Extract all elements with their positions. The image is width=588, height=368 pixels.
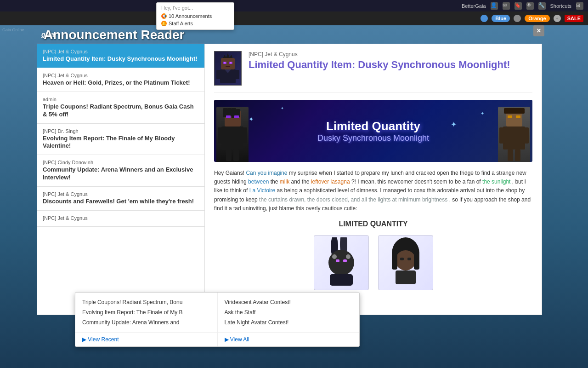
sidebar-title-5: Discounts and Farewells! Get 'em while t… <box>43 198 199 206</box>
notification-header: Hey, I've got... <box>161 5 229 11</box>
dropdown-item-right-0[interactable]: Viridescent Avatar Contest! <box>225 297 353 307</box>
sidebar-title-2: Triple Coupons! Radiant Spectrum, Bonus … <box>43 103 199 119</box>
modal-body: [NPC] Jet & Cygnus Limited Quantity Item… <box>37 44 542 315</box>
limited-quantity-section: LIMITED QUANTITY <box>214 220 532 290</box>
orange-currency[interactable]: Orange <box>525 15 550 22</box>
dropdown-columns: Triple Coupons! Radiant Spectrum, Bonu E… <box>75 293 359 332</box>
sidebar-author-5: [NPC] Jet & Cygnus <box>43 191 199 197</box>
svg-rect-45 <box>407 258 411 260</box>
eye-icon[interactable]: 👁 <box>526 2 534 10</box>
article-intro: Hey Gaians! <box>214 170 246 176</box>
svg-rect-7 <box>230 62 232 63</box>
sidebar-item-3[interactable]: [NPC] Dr. Singh Evolving Item Report: Th… <box>37 124 204 155</box>
view-all-link[interactable]: ▶ View All <box>225 336 353 343</box>
svg-rect-24 <box>233 150 239 161</box>
wrench-icon[interactable]: 🔧 <box>538 2 546 10</box>
sidebar-item-5[interactable]: [NPC] Jet & Cygnus Discounts and Farewel… <box>37 187 204 211</box>
dropdown-item-left-0[interactable]: Triple Coupons! Radiant Spectrum, Bonu <box>82 297 210 307</box>
shortcuts-icon[interactable]: ⊞ <box>576 2 583 10</box>
sidebar-author-1: [NPC] Jet & Cygnus <box>43 73 199 78</box>
svg-rect-20 <box>221 126 243 150</box>
sidebar-author-4: [NPC] Cindy Donovinh <box>43 160 199 165</box>
main-content-area: [NPC] Jet & Cygnus Limited Quantity Item… <box>205 44 542 315</box>
svg-rect-33 <box>515 150 520 161</box>
dropdown-col-left: Triple Coupons! Radiant Spectrum, Bonu E… <box>75 293 217 332</box>
dropdown-footer-right: ▶ View All <box>217 333 360 346</box>
svg-point-40 <box>346 254 351 259</box>
blue-currency[interactable]: Blue <box>492 15 510 22</box>
dropdown-item-left-1[interactable]: Evolving Item Report: The Finale of My B <box>82 307 210 317</box>
svg-rect-18 <box>226 115 231 118</box>
svg-rect-23 <box>226 150 232 161</box>
item-box-2 <box>378 235 433 290</box>
sidebar-author-0: [NPC] Jet & Cygnus <box>43 49 199 54</box>
sidebar-author-2: admin <box>43 97 199 102</box>
sidebar-title-0: Limited Quantity Item: Dusky Synchronous… <box>43 55 199 63</box>
npc-avatar <box>214 51 242 86</box>
svg-rect-32 <box>508 150 513 161</box>
dropdown-item-right-1[interactable]: Ask the Staff <box>225 307 353 317</box>
banner-line1: Limited Quantity <box>317 119 429 133</box>
svg-point-43 <box>396 250 416 270</box>
shortcuts-label[interactable]: Shortcuts <box>550 3 571 9</box>
banner-text: Limited Quantity Dusky Synchronous Moonl… <box>317 119 429 143</box>
bookmark-icon[interactable]: 🔖 <box>514 2 522 10</box>
sidebar-item-0[interactable]: [NPC] Jet & Cygnus Limited Quantity Item… <box>37 44 204 68</box>
article-word-1: Can you imagine <box>246 170 287 176</box>
notification-staff-alerts[interactable]: 🔔 Staff Alerts <box>161 20 229 27</box>
svg-rect-8 <box>226 66 230 67</box>
svg-rect-19 <box>234 115 239 118</box>
svg-rect-6 <box>224 62 226 63</box>
notification-announcements[interactable]: 📢 10 Announcements <box>161 12 229 20</box>
svg-rect-26 <box>504 108 525 114</box>
sidebar-item-4[interactable]: [NPC] Cindy Donovinh Community Update: A… <box>37 155 204 187</box>
svg-point-39 <box>332 254 337 259</box>
svg-rect-37 <box>336 259 339 262</box>
svg-rect-28 <box>516 115 520 118</box>
content-header-text: [NPC] Jet & Cygnus Limited Quantity Item… <box>249 51 532 71</box>
sale-badge: SALE <box>565 15 583 22</box>
sidebar-item-2[interactable]: admin Triple Coupons! Radiant Spectrum, … <box>37 92 204 124</box>
orange-currency-icon <box>514 15 521 22</box>
svg-rect-44 <box>400 258 404 260</box>
plus-icon[interactable]: + <box>554 15 561 22</box>
svg-rect-27 <box>508 115 512 118</box>
dropdown-footer: ▶ View Recent ▶ View All <box>75 332 359 346</box>
notification-popup: Hey, I've got... 📢 10 Announcements 🔔 St… <box>156 2 234 30</box>
sidebar-item-1[interactable]: [NPC] Jet & Cygnus Heaven or Hell: Gold,… <box>37 68 204 92</box>
limited-qty-title: LIMITED QUANTITY <box>214 220 532 228</box>
sidebar-title-4: Community Update: Arena Winners and an E… <box>43 166 199 182</box>
svg-rect-10 <box>216 70 221 79</box>
top-bar: BetterGaia 👤 ✉ 🔖 👁 🔧 Shortcuts ⊞ <box>0 0 588 12</box>
svg-rect-21 <box>218 127 223 144</box>
dropdown-item-left-2[interactable]: Community Update: Arena Winners and <box>82 317 210 328</box>
dropdown-col-right: Viridescent Avatar Contest! Ask the Staf… <box>217 293 360 332</box>
svg-rect-47 <box>414 251 419 270</box>
dropdown-item-right-2[interactable]: Late Night Avatar Contest! <box>225 317 353 328</box>
svg-rect-31 <box>523 127 529 144</box>
content-title: Limited Quantity Item: Dusky Synchronous… <box>249 59 532 71</box>
bottom-dropdown: Triple Coupons! Radiant Spectrum, Bonu E… <box>75 292 360 347</box>
sidebar-title-1: Heaven or Hell: Gold, Prizes, or the Pla… <box>43 79 199 87</box>
announcements-sidebar: [NPC] Jet & Cygnus Limited Quantity Item… <box>37 44 205 315</box>
sidebar-title-3: Evolving Item Report: The Finale of My B… <box>43 135 199 150</box>
svg-rect-38 <box>343 259 347 262</box>
view-recent-link[interactable]: ▶ View Recent <box>82 336 210 343</box>
svg-rect-3 <box>221 58 235 69</box>
sidebar-author-6: [NPC] Jet & Cygnus <box>43 215 199 221</box>
banner-line2: Dusky Synchronous Moonlight <box>317 133 429 143</box>
mail-icon[interactable]: ✉ <box>503 2 510 10</box>
content-npc-label: [NPC] Jet & Cygnus <box>249 51 532 58</box>
sidebar-item-6[interactable]: [NPC] Jet & Cygnus <box>37 211 204 227</box>
avatar-svg <box>215 52 241 85</box>
svg-rect-29 <box>503 126 525 150</box>
content-header: [NPC] Jet & Cygnus Limited Quantity Item… <box>214 51 532 93</box>
items-display <box>214 235 532 290</box>
svg-rect-48 <box>396 270 416 284</box>
modal-close-button[interactable]: × <box>533 25 544 36</box>
user-icon[interactable]: 👤 <box>491 2 498 10</box>
banner-image: Limited Quantity Dusky Synchronous Moonl… <box>214 100 532 162</box>
svg-rect-41 <box>330 274 353 286</box>
item-box-1 <box>314 235 369 290</box>
better-gaia-label[interactable]: BetterGaia <box>462 3 486 9</box>
